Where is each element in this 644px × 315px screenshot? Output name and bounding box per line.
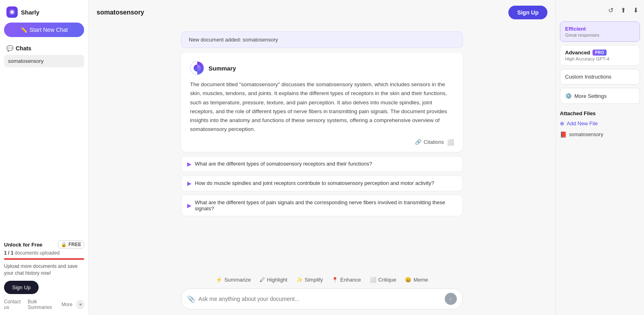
- summarize-icon: ⚡: [216, 277, 222, 283]
- sidebar-bottom: Unlock for Free 🔒 FREE 1 / 1 documents u…: [4, 236, 84, 310]
- upload-more-text: Upload more documents and save your chat…: [4, 263, 84, 277]
- start-new-chat-button[interactable]: ✏️ Start New Chat: [4, 23, 84, 37]
- critique-button[interactable]: ⬜ Critique: [369, 275, 397, 284]
- svg-point-1: [10, 10, 14, 14]
- bottom-area: ⚡ Summarize 🖊 Highlight ✨ Simplify 📍 Enh…: [89, 272, 555, 315]
- enhance-icon: 📍: [332, 277, 338, 283]
- arrow-icon-2: ▶: [187, 180, 192, 187]
- attached-files-label: Attached Files: [560, 110, 640, 116]
- attached-files-section: Attached Files ⊕ Add New File 📕 somatose…: [560, 110, 640, 139]
- critique-icon: ⬜: [370, 277, 376, 283]
- file-item[interactable]: 📕 somatosensory: [560, 130, 640, 139]
- arrow-icon-1: ▶: [187, 161, 192, 167]
- share-button[interactable]: ⬆: [619, 5, 627, 16]
- arrow-icon-3: ▶: [187, 202, 192, 209]
- lock-icon: 🔒: [61, 242, 67, 247]
- chat-bubble-icon: 💬: [6, 45, 13, 52]
- chat-area: New document added: somatosensory Summar…: [89, 25, 555, 272]
- highlight-icon: 🖊: [260, 277, 265, 283]
- citations-button[interactable]: 🔗 Citations: [415, 139, 444, 145]
- main-content: somatosensory Sign Up New document added…: [89, 0, 555, 315]
- suggested-questions: ▶ What are the different types of somato…: [181, 156, 463, 216]
- doc-added-banner: New document added: somatosensory: [181, 31, 463, 48]
- left-sidebar: Sharly ✏️ Start New Chat 💬 Chats somatos…: [0, 0, 89, 315]
- top-icons-row: ↺ ⬆ ⬇: [560, 5, 640, 16]
- attach-icon[interactable]: 📎: [187, 295, 195, 303]
- page-title: somatosensory: [97, 9, 144, 16]
- sidebar-footer-links: Contact us Bulk Summaries More ☀: [4, 299, 84, 310]
- docs-uploaded-row: 1 / 1 documents uploaded: [4, 250, 84, 256]
- simplify-button[interactable]: ✨ Simplify: [295, 275, 324, 284]
- theme-toggle-button[interactable]: ☀: [76, 300, 84, 309]
- progress-bar-fill: [4, 258, 84, 260]
- enhance-button[interactable]: 📍 Enhance: [331, 275, 361, 284]
- send-button[interactable]: ↑: [445, 293, 457, 305]
- citations-icon: 🔗: [415, 139, 421, 145]
- more-settings-button[interactable]: ⚙️ More Settings: [560, 88, 640, 104]
- download-button[interactable]: ⬇: [632, 5, 640, 16]
- refresh-button[interactable]: ↺: [607, 5, 615, 16]
- action-toolbar: ⚡ Summarize 🖊 Highlight ✨ Simplify 📍 Enh…: [215, 275, 429, 284]
- highlight-button[interactable]: 🖊 Highlight: [259, 275, 288, 284]
- file-name: somatosensory: [569, 132, 603, 137]
- pencil-icon: ✏️: [21, 27, 27, 33]
- copy-button[interactable]: ⬜: [447, 139, 454, 145]
- summary-title: Summary: [208, 65, 236, 72]
- more-link[interactable]: More: [62, 302, 72, 307]
- signup-header-button[interactable]: Sign Up: [508, 6, 547, 19]
- meme-icon: 😄: [405, 277, 411, 283]
- model-advanced-desc: High Accuracy GPT-4: [565, 56, 635, 61]
- top-bar: somatosensory Sign Up: [89, 0, 555, 25]
- avatar-inner: [194, 64, 201, 72]
- pro-badge: PRO: [592, 50, 607, 56]
- model-efficient-card[interactable]: Efficient Great responses: [560, 21, 640, 42]
- app-name: Sharly: [21, 9, 39, 16]
- summarize-button[interactable]: ⚡ Summarize: [215, 275, 252, 284]
- model-advanced-card[interactable]: Advanced PRO High Accuracy GPT-4: [560, 45, 640, 66]
- logo-row: Sharly: [4, 5, 84, 23]
- sidebar-chat-item[interactable]: somatosensory: [4, 55, 84, 67]
- summary-block: Summary The document titled "somatosenso…: [181, 53, 463, 152]
- simplify-icon: ✨: [296, 277, 303, 283]
- suggested-question-3[interactable]: ▶ What are the different types of pain s…: [181, 195, 463, 216]
- citations-row: 🔗 Citations ⬜: [190, 139, 454, 145]
- chat-input[interactable]: [198, 296, 442, 302]
- model-advanced-name: Advanced PRO: [565, 50, 635, 56]
- sidebar-signup-button[interactable]: Sign Up: [4, 281, 39, 294]
- bulk-summaries-link[interactable]: Bulk Summaries: [28, 299, 58, 310]
- avatar: [190, 61, 204, 75]
- custom-instructions-button[interactable]: Custom Instructions: [560, 69, 640, 85]
- summary-header: Summary: [190, 61, 454, 75]
- summary-text: The document titled "somatosensory" disc…: [190, 80, 454, 134]
- model-efficient-name: Efficient: [565, 26, 635, 32]
- contact-us-link[interactable]: Contact us: [4, 299, 24, 310]
- gear-icon: ⚙️: [565, 93, 572, 99]
- progress-bar-bg: [4, 258, 84, 260]
- meme-button[interactable]: 😄 Meme: [404, 275, 429, 284]
- unlock-label: Unlock for Free: [4, 242, 42, 248]
- add-new-file-button[interactable]: ⊕ Add New File: [560, 120, 598, 127]
- model-efficient-desc: Great responses: [565, 33, 635, 37]
- chat-input-row: 📎 ↑: [181, 288, 463, 309]
- free-badge: 🔒 FREE: [58, 240, 84, 249]
- file-icon: 📕: [560, 131, 567, 138]
- plus-circle-icon: ⊕: [560, 120, 564, 126]
- app-logo-icon: [6, 6, 18, 18]
- suggested-question-1[interactable]: ▶ What are the different types of somato…: [181, 156, 463, 172]
- suggested-question-2[interactable]: ▶ How do muscle spindles and joint recep…: [181, 175, 463, 191]
- unlock-row: Unlock for Free 🔒 FREE: [4, 240, 84, 249]
- chats-section-label: 💬 Chats: [4, 44, 84, 55]
- right-sidebar: ↺ ⬆ ⬇ Efficient Great responses Advanced…: [555, 0, 644, 315]
